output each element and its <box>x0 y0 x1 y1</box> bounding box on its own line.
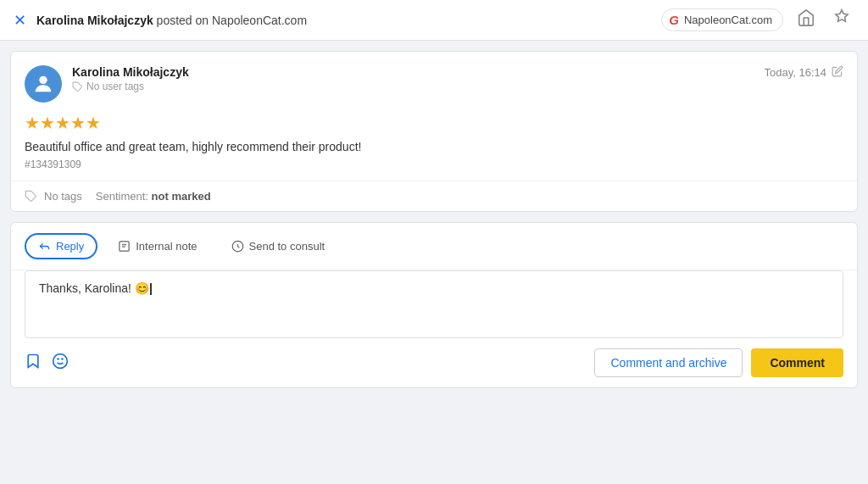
settings-icon[interactable] <box>829 5 854 35</box>
user-tags-label: No user tags <box>86 81 144 92</box>
svg-point-0 <box>39 76 47 84</box>
review-footer: No tags Sentiment: not marked <box>11 181 857 211</box>
comment-archive-button[interactable]: Comment and archive <box>594 348 743 377</box>
tab-send-to-consult-label: Send to consult <box>249 240 326 253</box>
brand-badge[interactable]: G NapoleonCat.com <box>661 8 783 31</box>
review-header-left: Karolina Mikołajczyk No user tags <box>25 65 189 103</box>
tab-internal-note[interactable]: Internal note <box>104 233 210 259</box>
header-user-name: Karolina Mikołajczyk <box>36 14 153 27</box>
header-right: G NapoleonCat.com <box>661 5 854 35</box>
user-tags: No user tags <box>72 81 189 92</box>
reply-icon <box>38 240 51 253</box>
edit-icon[interactable] <box>832 65 843 80</box>
store-icon[interactable] <box>793 5 819 35</box>
text-cursor <box>150 283 152 295</box>
reply-actions: Comment and archive Comment <box>11 338 857 387</box>
tab-internal-note-label: Internal note <box>136 240 197 253</box>
reply-actions-right: Comment and archive Comment <box>594 348 843 377</box>
tab-reply[interactable]: Reply <box>25 233 97 259</box>
review-id: #134391309 <box>25 159 843 170</box>
svg-point-7 <box>53 353 68 368</box>
bookmark-icon[interactable] <box>25 353 42 374</box>
reply-tabs: Reply Internal note Send to consult <box>11 223 857 270</box>
close-icon[interactable]: ✕ <box>14 11 26 30</box>
no-tags-label: No tags <box>44 190 82 203</box>
reviewer-name: Karolina Mikołajczyk <box>72 65 189 79</box>
main-content: Karolina Mikołajczyk No user tags Today,… <box>0 41 868 484</box>
header-platform-name: NapoleonCat.com <box>212 14 307 27</box>
reviewer-info: Karolina Mikołajczyk No user tags <box>72 65 189 92</box>
tab-reply-label: Reply <box>56 240 84 253</box>
review-card: Karolina Mikołajczyk No user tags Today,… <box>10 51 858 212</box>
review-timestamp: Today, 16:14 <box>765 66 826 79</box>
header-title-prefix: posted on <box>157 14 212 27</box>
review-header: Karolina Mikołajczyk No user tags Today,… <box>11 52 857 113</box>
review-body: ★★★★★ Beautiful office and great team, h… <box>11 113 857 181</box>
sentiment-text: Sentiment: not marked <box>96 190 211 203</box>
review-header-right: Today, 16:14 <box>765 65 843 80</box>
google-g-icon: G <box>669 13 679 27</box>
review-text: Beautiful office and great team, highly … <box>25 140 843 153</box>
reply-editor[interactable]: Thanks, Karolina! 😊 <box>25 270 843 338</box>
header-title: Karolina Mikołajczyk posted on NapoleonC… <box>36 14 307 27</box>
brand-label: NapoleonCat.com <box>684 14 772 26</box>
consult-icon <box>231 240 244 253</box>
tab-send-to-consult[interactable]: Send to consult <box>218 233 339 259</box>
emoji-icon[interactable] <box>52 353 69 374</box>
reply-actions-left <box>25 353 69 374</box>
comment-button[interactable]: Comment <box>751 348 843 377</box>
sentiment-value: not marked <box>152 190 211 203</box>
reply-editor-text: Thanks, Karolina! 😊 <box>39 281 149 295</box>
note-icon <box>118 240 131 253</box>
reply-section: Reply Internal note Send to consult <box>10 222 858 388</box>
header-bar: ✕ Karolina Mikołajczyk posted on Napoleo… <box>0 0 868 41</box>
star-rating: ★★★★★ <box>25 113 843 133</box>
avatar <box>25 65 62 103</box>
tag-icon <box>25 190 37 203</box>
